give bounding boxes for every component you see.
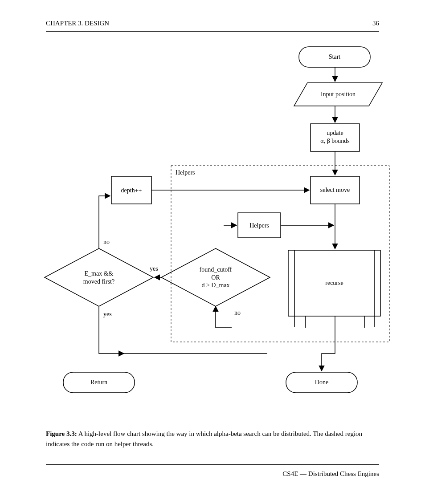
figure-caption: Figure 3.3: A high-level flow chart show… <box>46 429 379 449</box>
edge-label-cutoff-yes: yes <box>150 265 158 272</box>
recurse-node <box>288 250 380 327</box>
helpers-label: Helpers <box>238 222 281 230</box>
figure-caption-text: A high-level flow chart showing the way … <box>46 430 362 447</box>
found-cutoff-label: found_cutoff OR d > D_max <box>174 266 257 289</box>
update-bounds-label: update α, β bounds <box>311 129 360 145</box>
start-label: Start <box>299 53 370 61</box>
edge-label-moved-first-yes: yes <box>103 311 112 317</box>
figure-caption-number: Figure 3.3: <box>46 430 77 437</box>
done-label: Done <box>286 378 357 386</box>
select-move-label: select move <box>311 186 360 194</box>
return-label: Return <box>63 378 135 386</box>
moved-first-label: E_max && moved first? <box>59 270 139 285</box>
input-position-label: Input position <box>294 90 382 98</box>
edge-cutoff-no-to-done <box>322 316 335 371</box>
edge-label-moved-first-no: no <box>103 239 110 245</box>
edge-label-cutoff-no: no <box>234 309 241 316</box>
inc-depth-label: depth++ <box>111 187 151 195</box>
recurse-label: recurse <box>288 279 380 287</box>
helper-region-label: Helpers <box>176 169 195 176</box>
